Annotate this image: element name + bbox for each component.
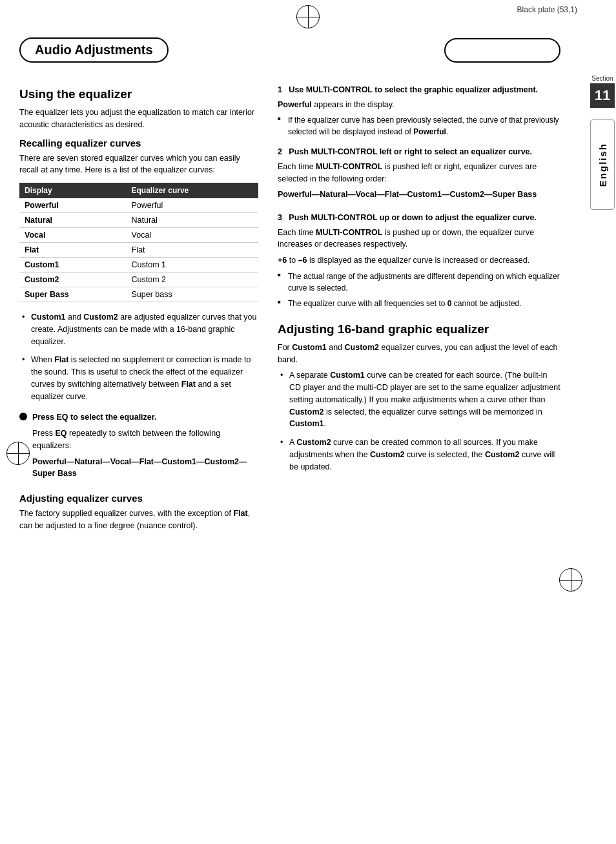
main-content: Audio Adjustments Using the equalizer Th… bbox=[0, 31, 589, 844]
recalling-bullets: Custom1 and Custom2 are adjusted equaliz… bbox=[19, 311, 258, 402]
table-cell-display: Natural bbox=[19, 213, 127, 228]
press-eq-section: Press EQ to select the equalizer. bbox=[19, 411, 258, 424]
list-item: When Flat is selected no supplement or c… bbox=[19, 354, 258, 402]
list-item: A separate Custom1 curve can be created … bbox=[278, 369, 560, 430]
table-header-curve: Equalizer curve bbox=[127, 183, 258, 198]
table-cell-display: Super Bass bbox=[19, 287, 127, 302]
step1-text1: Powerful appears in the display. bbox=[278, 99, 560, 111]
adjusting-curves-text: The factory supplied equalizer curves, w… bbox=[19, 508, 258, 532]
step2-heading: 2 Push MULTI-CONTROL left or right to se… bbox=[278, 147, 560, 158]
step3-notes: The actual range of the adjustments are … bbox=[278, 271, 560, 309]
step3-heading: 3 Push MULTI-CONTROL up or down to adjus… bbox=[278, 212, 560, 224]
circle-bullet-icon bbox=[19, 413, 27, 420]
recalling-curves-intro: There are seven stored equalizer curves … bbox=[19, 152, 258, 177]
step2-sequence: Powerful—Natural—Vocal—Flat—Custom1—Cust… bbox=[278, 189, 560, 201]
adjusting-16band-bullets: A separate Custom1 curve can be created … bbox=[278, 369, 560, 473]
table-cell-display: Flat bbox=[19, 243, 127, 258]
table-row: NaturalNatural bbox=[19, 213, 258, 228]
table-header-display: Display bbox=[19, 183, 127, 198]
page-title: Audio Adjustments bbox=[19, 37, 169, 63]
table-cell-curve: Custom 1 bbox=[127, 258, 258, 273]
table-cell-display: Vocal bbox=[19, 228, 127, 243]
section-number: 11 bbox=[590, 83, 615, 108]
step3-text1: Each time MULTI-CONTROL is pushed up or … bbox=[278, 227, 560, 251]
step1-heading: 1 Use MULTI-CONTROL to select the graphi… bbox=[278, 85, 560, 96]
step1-notes: If the equalizer curve has been previous… bbox=[278, 114, 560, 138]
title-bar: Audio Adjustments bbox=[19, 37, 560, 63]
list-item: A Custom2 curve can be created common to… bbox=[278, 437, 560, 473]
using-equalizer-intro: The equalizer lets you adjust the equali… bbox=[19, 107, 258, 131]
table-row: FlatFlat bbox=[19, 243, 258, 258]
table-cell-display: Custom2 bbox=[19, 273, 127, 287]
step2-text1: Each time MULTI-CONTROL is pushed left o… bbox=[278, 161, 560, 185]
recalling-curves-heading: Recalling equalizer curves bbox=[19, 138, 258, 149]
equalizer-table: Display Equalizer curve PowerfulPowerful… bbox=[19, 183, 258, 302]
table-row: Super BassSuper bass bbox=[19, 287, 258, 302]
table-cell-display: Powerful bbox=[19, 198, 127, 213]
top-crosshair bbox=[296, 5, 320, 28]
title-right-pill bbox=[444, 38, 560, 63]
plate-text: Black plate (53,1) bbox=[517, 5, 577, 14]
press-eq-text: Press EQ repeatedly to switch between th… bbox=[32, 427, 258, 452]
press-eq-heading: Press EQ to select the equalizer. bbox=[32, 411, 156, 424]
right-sidebar: Section 11 English bbox=[589, 31, 616, 844]
left-mid-crosshair bbox=[6, 442, 30, 465]
table-row: VocalVocal bbox=[19, 228, 258, 243]
table-cell-curve: Super bass bbox=[127, 287, 258, 302]
language-indicator: English bbox=[590, 119, 615, 210]
table-cell-display: Custom1 bbox=[19, 258, 127, 273]
right-column: 1 Use MULTI-CONTROL to select the graphi… bbox=[278, 76, 560, 536]
list-item: Custom1 and Custom2 are adjusted equaliz… bbox=[19, 311, 258, 347]
adjusting-16band-heading: Adjusting 16-band graphic equalizer bbox=[278, 322, 560, 336]
table-cell-curve: Powerful bbox=[127, 198, 258, 213]
right-mid-crosshair bbox=[559, 568, 582, 592]
press-eq-sequence: Powerful—Natural—Vocal—Flat—Custom1—Cust… bbox=[32, 456, 258, 480]
using-equalizer-heading: Using the equalizer bbox=[19, 87, 258, 101]
table-row: PowerfulPowerful bbox=[19, 198, 258, 213]
adjusting-curves-heading: Adjusting equalizer curves bbox=[19, 493, 258, 504]
section-label: Section bbox=[591, 75, 613, 82]
adjusting-16band-intro: For Custom1 and Custom2 equalizer curves… bbox=[278, 342, 560, 366]
left-column: Using the equalizer The equalizer lets y… bbox=[19, 76, 258, 536]
table-cell-curve: Natural bbox=[127, 213, 258, 228]
table-cell-curve: Flat bbox=[127, 243, 258, 258]
step3-text2: +6 to –6 is displayed as the equalizer c… bbox=[278, 254, 560, 267]
language-text: English bbox=[597, 143, 608, 187]
table-row: Custom2Custom 2 bbox=[19, 273, 258, 287]
step3-note2: The equalizer curve with all frequencies… bbox=[278, 298, 560, 309]
table-row: Custom1Custom 1 bbox=[19, 258, 258, 273]
table-cell-curve: Custom 2 bbox=[127, 273, 258, 287]
step1-note1: If the equalizer curve has been previous… bbox=[278, 114, 560, 138]
step3-note1: The actual range of the adjustments are … bbox=[278, 271, 560, 294]
table-cell-curve: Vocal bbox=[127, 228, 258, 243]
